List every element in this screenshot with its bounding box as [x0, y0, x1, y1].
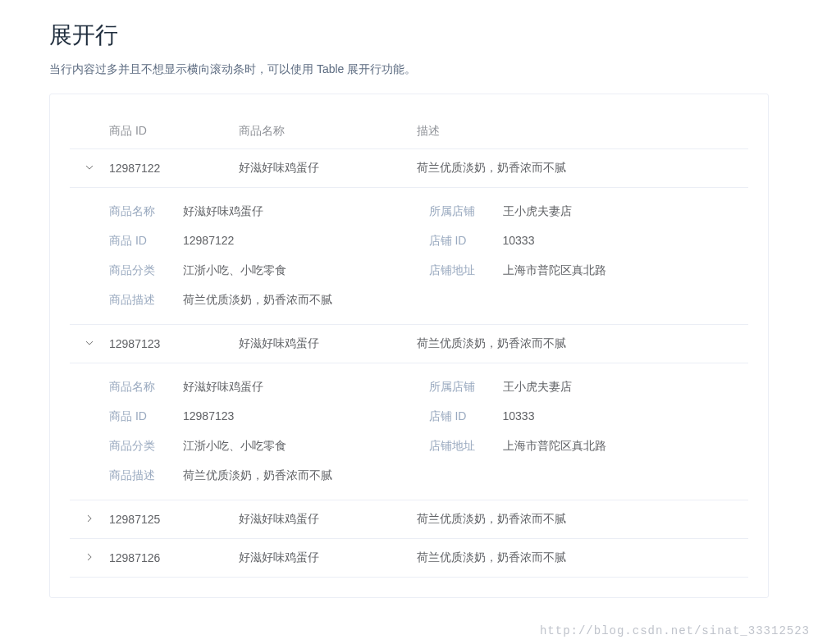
- value-address: 上海市普陀区真北路: [503, 439, 749, 454]
- cell-description: 荷兰优质淡奶，奶香浓而不腻: [417, 539, 748, 578]
- value-product-name: 好滋好味鸡蛋仔: [183, 204, 429, 219]
- chevron-right-icon[interactable]: [85, 514, 94, 523]
- expand-table: 商品 ID 商品名称 描述 12987122好滋好味鸡蛋仔荷兰优质淡奶，奶香浓而…: [70, 114, 748, 578]
- label-product-id: 商品 ID: [109, 234, 183, 249]
- table-row: 12987126好滋好味鸡蛋仔荷兰优质淡奶，奶香浓而不腻: [70, 539, 748, 578]
- table-row: 12987125好滋好味鸡蛋仔荷兰优质淡奶，奶香浓而不腻: [70, 500, 748, 539]
- chevron-right-icon[interactable]: [85, 552, 94, 562]
- cell-product-name: 好滋好味鸡蛋仔: [239, 500, 417, 539]
- cell-description: 荷兰优质淡奶，奶香浓而不腻: [417, 500, 748, 539]
- value-description: 荷兰优质淡奶，奶香浓而不腻: [183, 293, 748, 308]
- cell-product-id: 12987126: [109, 539, 239, 578]
- value-address: 上海市普陀区真北路: [503, 263, 749, 278]
- label-address: 店铺地址: [429, 263, 503, 278]
- value-category: 江浙小吃、小吃零食: [183, 263, 429, 278]
- label-address: 店铺地址: [429, 439, 503, 454]
- table-row: 12987122好滋好味鸡蛋仔荷兰优质淡奶，奶香浓而不腻: [70, 149, 748, 188]
- value-product-id: 12987122: [183, 234, 429, 249]
- value-category: 江浙小吃、小吃零食: [183, 439, 429, 454]
- label-shop: 所属店铺: [429, 204, 503, 219]
- cell-product-name: 好滋好味鸡蛋仔: [239, 149, 417, 188]
- cell-product-id: 12987123: [109, 325, 239, 363]
- expanded-row: 商品名称好滋好味鸡蛋仔所属店铺王小虎夫妻店商品 ID12987123店铺 ID1…: [70, 363, 748, 500]
- chevron-right-icon[interactable]: [85, 338, 94, 348]
- label-product-name: 商品名称: [109, 380, 183, 395]
- value-product-id: 12987123: [183, 409, 429, 424]
- expanded-row: 商品名称好滋好味鸡蛋仔所属店铺王小虎夫妻店商品 ID12987122店铺 ID1…: [70, 188, 748, 325]
- label-category: 商品分类: [109, 263, 183, 278]
- value-shop: 王小虎夫妻店: [503, 204, 749, 219]
- label-description: 商品描述: [109, 468, 183, 483]
- header-product-name: 商品名称: [239, 114, 417, 149]
- table-card: 商品 ID 商品名称 描述 12987122好滋好味鸡蛋仔荷兰优质淡奶，奶香浓而…: [49, 94, 769, 598]
- label-shop: 所属店铺: [429, 380, 503, 395]
- cell-description: 荷兰优质淡奶，奶香浓而不腻: [417, 325, 748, 363]
- cell-product-name: 好滋好味鸡蛋仔: [239, 325, 417, 363]
- value-shop-id: 10333: [503, 409, 749, 424]
- cell-product-name: 好滋好味鸡蛋仔: [239, 539, 417, 578]
- page-title: 展开行: [49, 20, 769, 51]
- table-row: 12987123好滋好味鸡蛋仔荷兰优质淡奶，奶香浓而不腻: [70, 325, 748, 363]
- label-shop-id: 店铺 ID: [429, 409, 503, 424]
- page-description: 当行内容过多并且不想显示横向滚动条时，可以使用 Table 展开行功能。: [49, 62, 769, 77]
- header-product-id: 商品 ID: [109, 114, 239, 149]
- label-shop-id: 店铺 ID: [429, 234, 503, 249]
- label-category: 商品分类: [109, 439, 183, 454]
- value-product-name: 好滋好味鸡蛋仔: [183, 380, 429, 395]
- expand-column-header: [70, 114, 109, 149]
- detail-form: 商品名称好滋好味鸡蛋仔所属店铺王小虎夫妻店商品 ID12987123店铺 ID1…: [109, 380, 748, 483]
- label-product-name: 商品名称: [109, 204, 183, 219]
- header-description: 描述: [417, 114, 748, 149]
- label-product-id: 商品 ID: [109, 409, 183, 424]
- value-description: 荷兰优质淡奶，奶香浓而不腻: [183, 468, 748, 483]
- table-header-row: 商品 ID 商品名称 描述: [70, 114, 748, 149]
- cell-description: 荷兰优质淡奶，奶香浓而不腻: [417, 149, 748, 188]
- detail-form: 商品名称好滋好味鸡蛋仔所属店铺王小虎夫妻店商品 ID12987122店铺 ID1…: [109, 204, 748, 308]
- cell-product-id: 12987122: [109, 149, 239, 188]
- value-shop: 王小虎夫妻店: [503, 380, 749, 395]
- value-shop-id: 10333: [503, 234, 749, 249]
- label-description: 商品描述: [109, 293, 183, 308]
- chevron-right-icon[interactable]: [85, 162, 94, 172]
- cell-product-id: 12987125: [109, 500, 239, 539]
